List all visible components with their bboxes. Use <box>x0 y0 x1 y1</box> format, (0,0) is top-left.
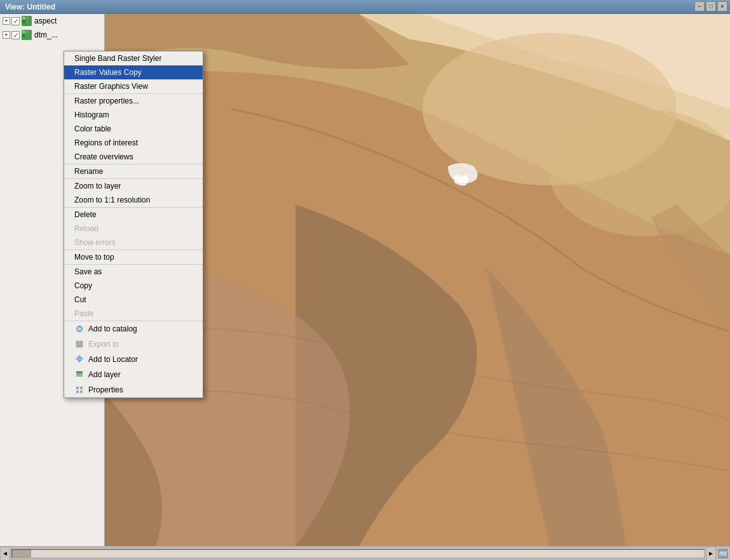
layer-add-icon <box>74 370 84 380</box>
svg-rect-6 <box>22 30 25 34</box>
menu-item-zoom-to-layer[interactable]: Zoom to layer <box>64 179 203 193</box>
menu-item-add-to-catalog[interactable]: Add to catalog <box>64 321 203 337</box>
svg-rect-14 <box>459 171 464 177</box>
svg-rect-29 <box>80 387 83 389</box>
menu-item-copy[interactable]: Copy <box>64 279 203 293</box>
catalog-icon <box>74 324 84 334</box>
menu-item-cut[interactable]: Cut <box>64 293 203 307</box>
layer-item-dtm[interactable]: + dtm_... <box>0 28 104 42</box>
context-menu: Single Band Raster Styler Raster Values … <box>64 51 203 398</box>
raster-icon-dtm <box>22 30 32 40</box>
svg-rect-31 <box>80 390 83 393</box>
menu-item-add-to-locator[interactable]: Add to Locator <box>64 352 203 367</box>
main-area: + aspect + dtm_... <box>0 14 730 560</box>
expand-icon-dtm[interactable]: + <box>3 31 10 39</box>
svg-rect-1 <box>22 17 25 20</box>
svg-point-15 <box>76 326 83 332</box>
svg-rect-16 <box>78 328 81 329</box>
menu-item-rename[interactable]: Rename <box>64 164 203 178</box>
bottom-bar: ◄ ► <box>0 546 730 560</box>
menu-item-paste: Paste <box>64 307 203 321</box>
menu-section-8: Add to catalog Export to <box>64 321 203 397</box>
expand-icon-aspect[interactable]: + <box>3 17 10 25</box>
map-overview-icon[interactable] <box>716 547 730 561</box>
maximize-button[interactable]: □ <box>706 1 716 11</box>
layer-name-aspect: aspect <box>34 17 57 25</box>
menu-item-move-to-top[interactable]: Move to top <box>64 250 203 264</box>
properties-icon <box>74 385 84 395</box>
menu-item-create-overviews[interactable]: Create overviews <box>64 150 203 164</box>
svg-rect-17 <box>78 330 81 331</box>
menu-item-raster-graphics-view[interactable]: Raster Graphics View <box>64 79 203 93</box>
minimize-button[interactable]: − <box>694 1 705 11</box>
svg-rect-3 <box>22 20 25 23</box>
menu-section-5: Delete Reload Show errors <box>64 208 203 250</box>
svg-rect-26 <box>76 373 83 375</box>
svg-rect-4 <box>26 20 29 23</box>
menu-section-7: Save as Copy Cut Paste <box>64 265 203 321</box>
menu-section-4: Zoom to layer Zoom to 1:1 resolution <box>64 179 203 208</box>
menu-item-show-errors: Show errors <box>64 236 203 250</box>
menu-item-properties[interactable]: Properties <box>64 382 203 397</box>
menu-item-delete[interactable]: Delete <box>64 208 203 222</box>
menu-section-3: Rename <box>64 164 203 179</box>
menu-item-regions-of-interest[interactable]: Regions of interest <box>64 136 203 150</box>
window-title: View: Untitled <box>5 3 55 11</box>
export-icon <box>74 339 84 349</box>
svg-point-24 <box>79 358 80 359</box>
menu-item-reload: Reload <box>64 222 203 236</box>
svg-rect-8 <box>22 34 25 37</box>
svg-rect-30 <box>76 390 79 393</box>
scroll-left-arrow[interactable]: ◄ <box>0 547 10 561</box>
raster-icon-aspect <box>22 16 32 26</box>
checkbox-aspect[interactable] <box>11 17 20 25</box>
svg-rect-9 <box>26 34 29 37</box>
menu-item-color-table[interactable]: Color table <box>64 122 203 136</box>
scroll-right-arrow[interactable]: ► <box>706 547 716 561</box>
layer-item-aspect[interactable]: + aspect <box>0 14 104 28</box>
menu-item-export-to: Export to <box>64 337 203 352</box>
locator-icon <box>74 354 84 364</box>
menu-item-histogram[interactable]: Histogram <box>64 108 203 122</box>
menu-section-1: Single Band Raster Styler Raster Values … <box>64 51 203 94</box>
checkbox-dtm[interactable] <box>11 31 20 39</box>
svg-rect-2 <box>26 17 29 20</box>
scroll-thumb[interactable] <box>12 550 31 557</box>
menu-item-zoom-to-1-1[interactable]: Zoom to 1:1 resolution <box>64 193 203 207</box>
svg-rect-27 <box>76 371 83 373</box>
close-button[interactable]: × <box>717 1 727 11</box>
menu-item-raster-properties[interactable]: Raster properties... <box>64 94 203 108</box>
menu-item-save-as[interactable]: Save as <box>64 265 203 279</box>
menu-item-add-layer[interactable]: Add layer <box>64 367 203 382</box>
svg-rect-28 <box>76 387 79 389</box>
menu-item-raster-values-copy[interactable]: Raster Values Copy <box>64 65 203 79</box>
menu-section-2: Raster properties... Histogram Color tab… <box>64 94 203 164</box>
scroll-track[interactable] <box>11 549 705 558</box>
title-bar-buttons: − □ × <box>694 1 727 11</box>
title-bar: View: Untitled − □ × <box>0 0 730 14</box>
svg-rect-13 <box>451 166 456 171</box>
svg-rect-25 <box>76 375 83 377</box>
menu-item-single-band-raster-styler[interactable]: Single Band Raster Styler <box>64 51 203 65</box>
layer-name-dtm: dtm_... <box>34 30 58 39</box>
svg-rect-7 <box>26 30 29 34</box>
menu-section-6: Move to top <box>64 250 203 265</box>
